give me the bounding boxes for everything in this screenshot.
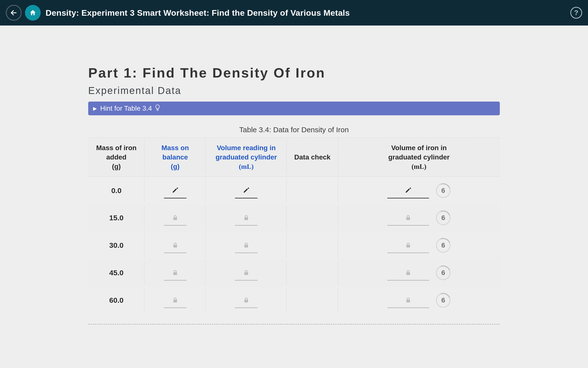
cell-mass-added: 60.0 xyxy=(88,287,145,314)
cell-volume-iron: 6 xyxy=(338,177,500,204)
col-mass-balance[interactable]: Mass on balance (g) xyxy=(145,138,206,177)
cell-volume-iron: 6 xyxy=(338,287,500,314)
lock-icon xyxy=(405,269,411,276)
lock-icon xyxy=(172,297,178,303)
cell-volume-reading xyxy=(206,204,287,232)
hint-toggle[interactable]: ▶ Hint for Table 3.4 xyxy=(88,102,500,115)
volume-reading-input xyxy=(235,210,257,226)
lock-icon xyxy=(405,214,411,221)
volume-iron-input xyxy=(387,210,429,226)
cell-data-check xyxy=(287,204,338,232)
lightbulb-icon xyxy=(155,104,160,113)
expand-icon: ▶ xyxy=(93,105,97,111)
volume-iron-input xyxy=(387,237,429,253)
mass-balance-input xyxy=(164,292,186,308)
cell-data-check xyxy=(287,232,338,259)
lock-icon xyxy=(405,297,411,303)
pencil-icon xyxy=(243,187,250,194)
volume-reading-input xyxy=(235,237,257,253)
cell-mass-added: 45.0 xyxy=(88,259,145,287)
table-row: 0.06 xyxy=(88,177,500,204)
lock-icon xyxy=(243,242,249,248)
cell-data-check xyxy=(287,177,338,204)
col-data-check: Data check xyxy=(287,138,338,177)
volume-iron-input xyxy=(387,265,429,281)
cell-data-check xyxy=(287,259,338,287)
cell-mass-balance xyxy=(145,204,206,232)
cell-mass-balance xyxy=(145,287,206,314)
pencil-icon xyxy=(405,187,412,194)
cell-volume-iron: 6 xyxy=(338,204,500,232)
lock-icon xyxy=(243,297,249,303)
divider xyxy=(88,324,500,325)
app-bar: Density: Experiment 3 Smart Worksheet: F… xyxy=(0,0,588,26)
part-heading: Part 1: Find The Density Of Iron xyxy=(88,65,500,81)
data-table: Mass of iron added (g) Mass on balance (… xyxy=(88,137,500,314)
section-heading: Experimental Data xyxy=(88,85,500,96)
cell-mass-added: 30.0 xyxy=(88,232,145,259)
help-button[interactable]: ? xyxy=(570,7,582,19)
mass-balance-input[interactable] xyxy=(164,183,186,198)
page-title: Density: Experiment 3 Smart Worksheet: F… xyxy=(46,8,350,18)
worksheet: Part 1: Find The Density Of Iron Experim… xyxy=(83,26,505,325)
cell-data-check xyxy=(287,287,338,314)
attempts-counter: 6 xyxy=(436,238,451,253)
cell-mass-balance xyxy=(145,259,206,287)
arrow-left-icon xyxy=(10,9,17,16)
table-row: 30.06 xyxy=(88,232,500,259)
cell-volume-reading xyxy=(206,177,287,204)
volume-reading-input xyxy=(235,265,257,281)
lock-icon xyxy=(172,214,178,221)
cell-volume-iron: 6 xyxy=(338,259,500,287)
cell-mass-balance xyxy=(145,232,206,259)
col-volume-reading[interactable]: Volume reading in graduated cylinder (mL… xyxy=(206,138,287,177)
cell-volume-iron: 6 xyxy=(338,232,500,259)
table-row: 15.06 xyxy=(88,204,500,232)
cell-mass-added: 0.0 xyxy=(88,177,145,204)
table-caption: Table 3.4: Data for Density of Iron xyxy=(88,126,500,134)
attempts-counter: 6 xyxy=(436,265,451,280)
attempts-counter: 6 xyxy=(436,183,451,198)
lock-icon xyxy=(405,242,411,248)
lock-icon xyxy=(243,214,249,221)
mass-balance-input xyxy=(164,265,186,281)
help-icon: ? xyxy=(574,9,578,17)
home-icon xyxy=(29,9,37,16)
mass-balance-input xyxy=(164,210,186,226)
volume-reading-input xyxy=(235,292,257,308)
back-button[interactable] xyxy=(6,5,22,21)
table-row: 60.06 xyxy=(88,287,500,314)
col-volume-iron: Volume of iron in graduated cylinder (mL… xyxy=(338,138,500,177)
attempts-counter: 6 xyxy=(436,210,451,225)
cell-volume-reading xyxy=(206,259,287,287)
cell-volume-reading xyxy=(206,287,287,314)
cell-mass-balance xyxy=(145,177,206,204)
col-mass-added: Mass of iron added (g) xyxy=(88,138,145,177)
home-button[interactable] xyxy=(25,5,41,21)
lock-icon xyxy=(243,269,249,276)
volume-iron-input xyxy=(387,292,429,308)
lock-icon xyxy=(172,242,178,248)
cell-volume-reading xyxy=(206,232,287,259)
volume-iron-input[interactable] xyxy=(387,183,429,198)
lock-icon xyxy=(172,269,178,276)
pencil-icon xyxy=(172,187,179,194)
attempts-counter: 6 xyxy=(436,293,451,308)
hint-label: Hint for Table 3.4 xyxy=(100,105,152,112)
table-row: 45.06 xyxy=(88,259,500,287)
cell-mass-added: 15.0 xyxy=(88,204,145,232)
volume-reading-input[interactable] xyxy=(235,183,257,198)
mass-balance-input xyxy=(164,237,186,253)
